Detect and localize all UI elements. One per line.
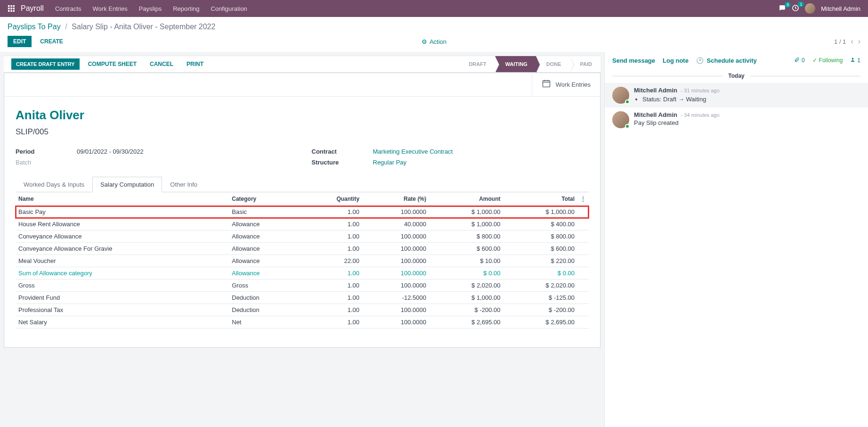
table-row[interactable]: Conveyance Allowance For GravieAllowance… [16,243,589,255]
status-bar: CREATE DRAFT ENTRY COMPUTE SHEET CANCEL … [4,56,600,73]
cell-amount: $ 10.00 [429,255,503,267]
table-row[interactable]: Sum of Allowance categoryAllowance1.0010… [16,267,589,279]
breadcrumb-parent[interactable]: Payslips To Pay [8,23,61,31]
username[interactable]: Mitchell Admin [821,5,860,12]
table-row[interactable]: Provident FundDeduction1.00-12.5000$ 1,0… [16,292,589,304]
tab-salary-computation[interactable]: Salary Computation [92,177,162,192]
check-icon: ✓ [812,57,817,64]
cell-category: Net [229,316,301,328]
nav-item-work-entries[interactable]: Work Entries [93,5,128,12]
cell-category: Basic [229,206,301,218]
period-label: Period [16,148,77,155]
svg-rect-7 [10,10,12,12]
batch-label: Batch [16,159,77,166]
nav-item-payslips[interactable]: Payslips [139,5,162,12]
messaging-icon[interactable]: 5 [779,5,786,13]
followers-count[interactable]: 1 [850,57,860,64]
pager: 1 / 1 ‹ › [834,37,860,46]
divider-today: Today [728,73,744,79]
edit-button[interactable]: EDIT [8,36,32,47]
stage-draft[interactable]: DRAFT [458,56,495,72]
chatter-header: Send message Log note 🕐 Schedule activit… [605,52,868,69]
svg-rect-8 [13,10,15,12]
tab-other-info[interactable]: Other Info [162,177,205,192]
table-row[interactable]: Meal VoucherAllowance22.00100.0000$ 10.0… [16,255,589,267]
log-note-button[interactable]: Log note [663,57,689,64]
user-avatar[interactable] [805,3,815,14]
attachment-count[interactable]: 0 [794,57,805,64]
following-button[interactable]: ✓ Following [812,57,843,64]
tab-worked-days[interactable]: Worked Days & Inputs [16,177,92,192]
action-dropdown[interactable]: ⚙ Action [422,38,446,45]
message-time: - 34 minutes ago [681,112,720,118]
pager-next-icon[interactable]: › [858,37,860,46]
status-change-item: Status: Draft → Waiting [642,96,860,103]
cell-amount: $ -200.00 [429,304,503,316]
messaging-badge: 5 [785,2,791,8]
create-draft-entry-button[interactable]: CREATE DRAFT ENTRY [11,58,80,70]
nav-item-reporting[interactable]: Reporting [173,5,199,12]
schedule-activity-button[interactable]: 🕐 Schedule activity [696,57,757,64]
cell-amount: $ 0.00 [429,267,503,279]
cell-category: Allowance [229,218,301,230]
print-button[interactable]: PRINT [180,58,210,70]
breadcrumb: Payslips To Pay / Salary Slip - Anita Ol… [0,17,868,33]
cell-category: Deduction [229,304,301,316]
pager-text: 1 / 1 [834,38,846,45]
svg-rect-3 [8,8,10,9]
activity-icon[interactable]: 1 [792,4,799,13]
svg-rect-0 [8,5,10,7]
cell-quantity: 1.00 [301,292,362,304]
table-row[interactable]: Conveyance AllowanceAllowance1.00100.000… [16,230,589,243]
cell-total: $ 1,000.00 [503,206,578,218]
cell-quantity: 1.00 [301,206,362,218]
compute-sheet-button[interactable]: COMPUTE SHEET [81,58,143,70]
cell-rate: 100.0000 [362,206,429,218]
cell-amount: $ 1,000.00 [429,218,503,230]
structure-label: Structure [312,159,373,166]
create-button[interactable]: CREATE [34,36,68,47]
clock-icon: 🕐 [696,57,704,64]
nav-item-configuration[interactable]: Configuration [211,5,247,12]
send-message-button[interactable]: Send message [612,57,655,64]
cell-name: House Rent Allowance [16,218,229,230]
col-options-icon[interactable]: ⋮ [577,192,589,206]
cell-amount: $ 800.00 [429,230,503,243]
cell-total: $ 600.00 [503,243,578,255]
col-quantity: Quantity [301,192,362,206]
slip-number: SLIP/005 [16,127,589,137]
pager-prev-icon[interactable]: ‹ [851,37,853,46]
col-rate: Rate (%) [362,192,429,206]
table-row[interactable]: GrossGross1.00100.0000$ 2,020.00$ 2,020.… [16,279,589,292]
stage-waiting[interactable]: WAITING [495,56,536,72]
message-author: Mitchell Admin [634,111,677,118]
message: Mitchell Admin - 31 minutes ago Status: … [605,83,868,107]
table-row[interactable]: Basic PayBasic1.00100.0000$ 1,000.00$ 1,… [16,206,589,218]
cell-total: $ 0.00 [503,267,578,279]
svg-point-11 [852,58,854,60]
table-row[interactable]: House Rent AllowanceAllowance1.0040.0000… [16,218,589,230]
cell-name: Basic Pay [16,206,229,218]
table-row[interactable]: Net SalaryNet1.00100.0000$ 2,695.00$ 2,6… [16,316,589,328]
cell-category: Allowance [229,267,301,279]
cell-category: Allowance [229,255,301,267]
button-box: Work Entries [4,73,600,97]
cell-quantity: 22.00 [301,255,362,267]
stages: DRAFTWAITINGDONEPAID [458,56,600,72]
cell-quantity: 1.00 [301,218,362,230]
structure-value[interactable]: Regular Pay [373,159,407,166]
work-entries-stat-button[interactable]: Work Entries [532,73,600,96]
stage-done[interactable]: DONE [536,56,570,72]
cell-rate: 100.0000 [362,304,429,316]
cell-total: $ 2,695.00 [503,316,578,328]
app-title[interactable]: Payroll [21,4,44,13]
table-row[interactable]: Professional TaxDeduction1.00100.0000$ -… [16,304,589,316]
chatter-divider: Today [612,73,860,79]
cancel-button[interactable]: CANCEL [143,58,180,70]
apps-icon[interactable] [8,5,15,12]
svg-rect-2 [13,5,15,7]
nav-item-contracts[interactable]: Contracts [55,5,81,12]
gear-icon: ⚙ [422,38,427,45]
stage-paid[interactable]: PAID [570,56,600,72]
contract-value[interactable]: Marketing Executive Contract [373,148,453,155]
